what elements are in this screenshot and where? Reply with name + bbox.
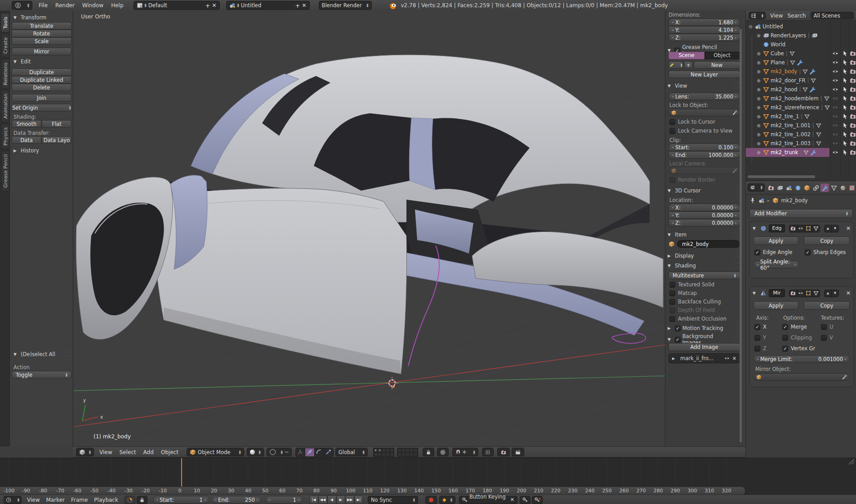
mirror-object-field[interactable] [753, 373, 850, 381]
clip-start-field[interactable]: ◂Start:0.100▸ [669, 143, 740, 151]
sharp-edges-checkbox-row[interactable]: ✓Sharp Edges [805, 249, 846, 255]
panel-header-history[interactable]: ▶History [13, 147, 70, 154]
duplicate-linked-button[interactable]: Duplicate Linked [12, 76, 71, 84]
cursor-arrow-icon[interactable] [842, 122, 848, 129]
panel-header-edit[interactable]: ▼Edit [13, 58, 70, 65]
properties-tab-render-layers[interactable] [776, 183, 784, 192]
join-button[interactable]: Join [12, 94, 71, 102]
eyedropper-icon[interactable] [732, 110, 737, 116]
camera-icon[interactable] [850, 86, 856, 93]
close-scene-button[interactable]: ✕ [302, 2, 306, 9]
editor-type-selector[interactable]: ▲▼ [4, 496, 22, 504]
camera-icon[interactable] [850, 50, 856, 57]
viewport-visibility-icon[interactable] [797, 225, 805, 232]
menu-select[interactable]: Select [119, 449, 136, 455]
eye-icon[interactable] [832, 140, 838, 147]
layout-name[interactable]: Default [148, 2, 204, 9]
render-engine-selector[interactable]: Blender Render ▲▼ [319, 1, 372, 10]
camera-icon[interactable] [850, 113, 856, 120]
scene-name[interactable]: Untitled [241, 2, 294, 9]
move-up-icon[interactable]: ▲ [825, 225, 832, 232]
outliner-row-mk2-sizereference[interactable]: ⊕mk2_sizereference| [746, 103, 856, 112]
shading-mode-dropdown[interactable]: Multitexture▲▼ [669, 272, 740, 279]
data-button[interactable]: Data [12, 136, 41, 144]
outliner-item-label[interactable]: Cube [771, 50, 784, 57]
eyedropper-icon[interactable] [842, 375, 847, 380]
cursor-y-field[interactable]: ◂Y:0.00000▸ [669, 211, 740, 219]
editor-type-selector[interactable]: ▲▼ [12, 1, 32, 10]
outliner-row-mk2-tire-1[interactable]: ⊕mk2_tire_1| [746, 112, 856, 121]
close-icon[interactable]: ✕ [732, 356, 736, 361]
outliner-item-label[interactable]: mk2_sizereference [771, 104, 819, 111]
camera-icon[interactable] [850, 131, 856, 138]
camera-icon[interactable] [850, 77, 856, 84]
cursor-arrow-icon[interactable] [842, 131, 848, 138]
camera-icon[interactable] [850, 95, 856, 102]
item-name-field[interactable]: mk2_body [677, 240, 740, 248]
properties-tab-scene[interactable] [785, 183, 793, 192]
mirror-axis-y[interactable]: Y [754, 335, 766, 341]
shelf-tab-create[interactable]: Create [1, 34, 9, 58]
mirror-option-merge[interactable]: ✓Merge [782, 324, 807, 330]
dimension-z-field[interactable]: ◂Z:1.225▸ [669, 34, 740, 41]
panel-header-3d-cursor[interactable]: ▼3D Cursor········ [668, 187, 740, 195]
data-layout-button[interactable]: Data Layo [42, 136, 71, 144]
viewport-3d[interactable]: x y User Ortho (1) mk2_body [73, 11, 665, 446]
collapse-icon[interactable]: ▼ [753, 226, 758, 231]
move-down-icon[interactable]: ▼ [832, 225, 838, 232]
gp-add-icon[interactable]: + [684, 61, 693, 69]
edit-mode-visibility-icon[interactable] [805, 290, 812, 297]
delete-keyframe-button[interactable]: ✕ [532, 496, 543, 504]
new-layer-button[interactable]: New Layer [669, 71, 740, 78]
menu-add[interactable]: Add [143, 449, 154, 455]
menu-playback[interactable]: Playback [94, 497, 118, 503]
camera-icon[interactable] [850, 104, 856, 111]
outliner-item-label[interactable]: mk2_tire_1.002 [771, 131, 811, 138]
properties-tab-object-data[interactable] [829, 183, 838, 192]
panel-header-motion-tracking[interactable]: ▶✓Motion Tracking········ [668, 324, 740, 332]
shelf-tab-animation[interactable]: Animation [1, 90, 9, 122]
rotate-manipulator-icon[interactable] [315, 448, 324, 456]
gp-tab-scene[interactable]: Scene [669, 52, 704, 59]
local-camera-field[interactable] [669, 167, 740, 174]
cursor-x-field[interactable]: ◂X:0.00000▸ [669, 204, 740, 211]
menu-window[interactable]: Window [82, 2, 103, 9]
shading-option-textured-solid[interactable]: Textured Solid [669, 281, 727, 288]
camera-icon[interactable] [850, 140, 856, 147]
scene-selector[interactable]: ▲▼ Untitled + ✕ [226, 1, 310, 10]
outliner-row-plane[interactable]: ⊕Plane| [746, 58, 856, 67]
menu-view[interactable]: View [770, 13, 783, 19]
menu-frame[interactable]: Frame [71, 497, 88, 503]
camera-icon[interactable] [850, 59, 856, 66]
keying-set-field[interactable]: Button Keying ...✕ [459, 496, 517, 504]
eye-icon[interactable] [832, 95, 838, 102]
expand-toggle-icon[interactable]: ⊕ [756, 60, 762, 65]
mode-dropdown[interactable]: Object Mode▲▼ [187, 448, 244, 456]
snap-controls[interactable]: ✢▲▼ [452, 448, 478, 456]
preview-range-button[interactable] [125, 496, 135, 504]
mirror-texture-u[interactable]: U [821, 324, 833, 330]
lock-to-scene-button[interactable] [423, 448, 434, 456]
record-button[interactable] [425, 496, 437, 504]
outliner-item-label[interactable]: mk2_tire_1.001 [771, 122, 811, 129]
outliner-item-label[interactable]: World [771, 41, 785, 48]
render-opengl-button[interactable] [497, 448, 510, 456]
eye-icon[interactable] [832, 131, 838, 138]
jump-to-start-button[interactable]: |◀ [309, 495, 318, 504]
background-image-item[interactable]: ▶ mark_ii_fro... ✕ [669, 353, 740, 363]
cursor-z-field[interactable]: ◂Z:0.00000▸ [669, 219, 740, 227]
lock-to-object-field[interactable] [669, 109, 740, 116]
expand-icon[interactable]: ▶ [672, 357, 678, 361]
pin-icon[interactable] [749, 197, 756, 204]
lock-time-button[interactable] [137, 496, 147, 504]
duplicate-button[interactable]: Duplicate [12, 68, 71, 76]
menu-view[interactable]: View [27, 497, 40, 503]
sync-dropdown[interactable]: No Sync▲▼ [368, 496, 418, 504]
camera-icon[interactable] [850, 122, 856, 129]
layers-grid-2[interactable] [397, 448, 418, 457]
edit-mode-visibility-icon[interactable] [805, 225, 812, 232]
menu-help[interactable]: Help [111, 2, 123, 9]
lens-field[interactable]: ◂Lens:35.000▸ [669, 93, 740, 100]
menu-render[interactable]: Render [55, 2, 75, 9]
expand-toggle-icon[interactable]: ⊕ [756, 132, 762, 137]
